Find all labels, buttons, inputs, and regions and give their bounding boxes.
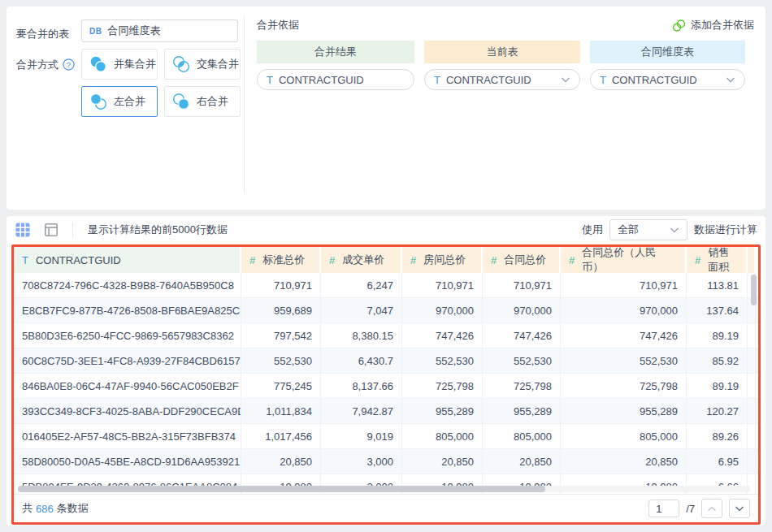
cell-value: 8,380.15 (321, 323, 402, 348)
preview-info-text: 显示计算结果的前5000行数据 (88, 223, 228, 237)
cell-value: 89.26 (687, 424, 748, 448)
venn-left-icon (89, 93, 107, 110)
panel-view-icon[interactable] (44, 223, 59, 237)
use-data-select[interactable]: 全部 (609, 219, 687, 240)
cell-value: 552,530 (483, 348, 561, 373)
cell-value: 805,000 (402, 424, 483, 448)
db-icon: DB (89, 27, 102, 36)
cell-value: 725,798 (402, 374, 483, 398)
help-icon[interactable]: ? (63, 58, 75, 71)
merge-table-input[interactable]: DB 合同维度表 (81, 19, 238, 42)
join-field-select-2[interactable]: TCONTRACTGUID (590, 69, 745, 90)
cell-spacer (748, 424, 756, 448)
number-type-icon: # (410, 254, 416, 266)
use-label: 使用 (582, 223, 603, 237)
merge-config-card: 要合并的表 DB 合同维度表 合并方式 ? 并集合并交集合并左合并右合并 合并依… (7, 6, 765, 210)
preview-card: 显示计算结果的前5000行数据 使用 全部 数据进行计算 TCONTRACTGU… (7, 216, 765, 526)
cell-value: 9,019 (321, 424, 402, 448)
chevron-down-icon (726, 77, 735, 83)
merge-table-label: 要合并的表 (16, 21, 75, 41)
join-keys-title: 合并依据 (257, 18, 299, 32)
cell-value: 137.64 (687, 298, 748, 322)
text-type-icon: T (600, 74, 606, 86)
cell-value: 955,289 (561, 399, 687, 423)
row-count-value: 686 (36, 503, 54, 515)
row-count-text: 共 686 条数据 (22, 501, 89, 516)
preview-footer: 共 686 条数据 /7 (14, 494, 758, 522)
cell-value: 775,245 (241, 374, 321, 398)
cell-value: 7,047 (321, 298, 402, 322)
page-down-button[interactable] (729, 499, 750, 518)
cell-value: 725,798 (561, 374, 687, 398)
cell-value: 552,530 (561, 348, 687, 373)
join-source-band-2: 合同维度表 (590, 41, 745, 63)
cell-spacer (748, 449, 756, 474)
table-row: 016405E2-AF57-48C5-BB2A-315F73BFB3741,01… (14, 424, 758, 449)
cell-value: 7,942.87 (321, 399, 402, 423)
cell-guid: E8CB7FC9-877B-4726-8508-BF6BAE9A825C (14, 298, 241, 322)
cell-value: 1,011,834 (241, 399, 321, 423)
join-field-select-0[interactable]: TCONTRACTGUID (257, 69, 414, 90)
join-source-band-1: 当前表 (424, 41, 580, 63)
use-suffix-label: 数据进行计算 (694, 223, 757, 237)
table-row: 846BA0E8-06C4-47AF-9940-56CAC050EB2F775,… (14, 374, 758, 399)
cell-value: 725,798 (483, 374, 561, 398)
preview-table: TCONTRACTGUID#标准总价#成交单价#房间总价#合同总价#合同总价（人… (14, 247, 758, 494)
join-field-select-1[interactable]: TCONTRACTGUID (424, 69, 580, 90)
number-type-icon: # (491, 254, 497, 266)
column-header-CONTRACTGUID: TCONTRACTGUID (14, 247, 241, 273)
cell-value: 959,689 (241, 298, 321, 322)
cell-value: 3,000 (321, 449, 402, 474)
pagination: /7 (648, 499, 750, 518)
column-header-合同总价（人民币）: #合同总价（人民币） (561, 247, 687, 273)
merge-method-right[interactable]: 右合并 (164, 86, 241, 117)
cell-guid: 60C8C75D-3EE1-4FC8-A939-27F84CBD6157 (14, 348, 241, 373)
chevron-down-icon (670, 227, 679, 233)
grid-view-icon[interactable] (15, 222, 31, 238)
cell-guid: 393CC349-8CF3-4025-8ABA-DDF290CECA9D (14, 399, 241, 423)
cell-value: 970,000 (483, 298, 561, 322)
merge-method-union[interactable]: 并集合并 (81, 49, 158, 80)
table-row: 393CC349-8CF3-4025-8ABA-DDF290CECA9D1,01… (14, 399, 758, 424)
page-number-input[interactable] (648, 500, 679, 517)
cell-guid: 5B80D3E6-6250-4FCC-9869-5657983C8362 (14, 323, 241, 348)
annotation-highlight: TCONTRACTGUID#标准总价#成交单价#房间总价#合同总价#合同总价（人… (11, 244, 761, 525)
page-up-button[interactable] (701, 499, 722, 518)
cell-value: 6.95 (687, 449, 748, 474)
horizontal-scrollbar (18, 486, 750, 492)
cell-value: 89.19 (687, 374, 748, 398)
cell-value: 552,530 (402, 348, 483, 373)
chevron-down-icon (561, 77, 570, 83)
venn-right-icon (172, 93, 190, 110)
join-keys-panel: 合并依据 添加合并依据 合并结果当前表合同维度表 TCONTRACTGUIDTC… (245, 6, 765, 210)
text-type-icon: T (267, 74, 273, 86)
cell-value: 113.81 (687, 273, 748, 297)
cell-value: 805,000 (483, 424, 561, 448)
cell-value: 955,289 (402, 399, 483, 423)
toolbar-separator (72, 223, 73, 237)
cell-value: 747,426 (483, 323, 561, 348)
cell-value: 747,426 (561, 323, 687, 348)
cell-guid: 708C8724-796C-4328-B9B8-7640A5B950C8 (14, 273, 241, 297)
cell-spacer (748, 399, 756, 423)
merge-method-intersect[interactable]: 交集合并 (164, 49, 241, 80)
table-row: 708C8724-796C-4328-B9B8-7640A5B950C8710,… (14, 273, 758, 298)
linked-circles-icon (672, 19, 686, 32)
merge-method-left[interactable]: 左合并 (81, 86, 158, 117)
venn-intersect-icon (172, 55, 190, 73)
merge-table-value: 合同维度表 (107, 24, 160, 38)
text-type-icon: T (22, 254, 28, 266)
cell-value: 710,971 (241, 273, 321, 297)
merge-settings-panel: 要合并的表 DB 合同维度表 合并方式 ? 并集合并交集合并左合并右合并 (7, 6, 244, 210)
vertical-scrollbar-thumb[interactable] (751, 275, 757, 305)
join-source-band-0: 合并结果 (257, 41, 414, 63)
horizontal-scrollbar-thumb[interactable] (18, 486, 545, 492)
cell-value: 710,971 (561, 273, 687, 297)
cell-guid: 846BA0E8-06C4-47AF-9940-56CAC050EB2F (14, 374, 241, 398)
cell-value: 552,530 (241, 348, 321, 373)
add-join-key-link[interactable]: 添加合并依据 (672, 18, 754, 32)
svg-text:?: ? (67, 60, 71, 69)
cell-value: 970,000 (561, 298, 687, 322)
table-row: 60C8C75D-3EE1-4FC8-A939-27F84CBD6157552,… (14, 348, 758, 374)
cell-value: 89.19 (687, 323, 748, 348)
